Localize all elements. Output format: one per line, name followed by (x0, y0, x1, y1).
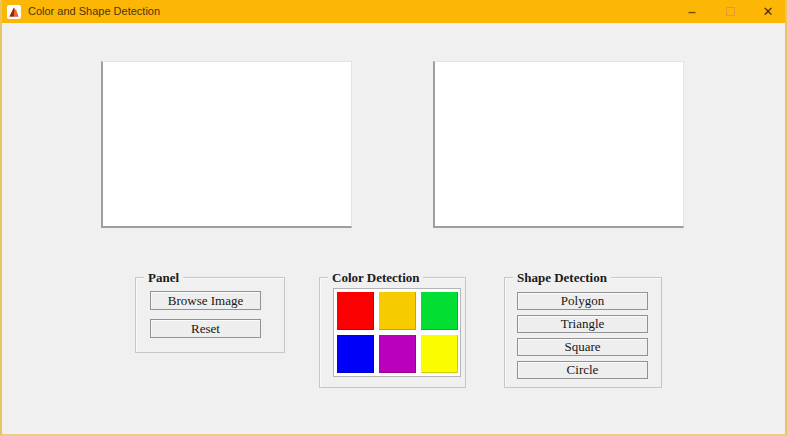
color-detection-group-title: Color Detection (328, 270, 423, 285)
color-swatch-yellow[interactable] (421, 335, 458, 373)
panel-group-title: Panel (144, 270, 183, 285)
reset-button[interactable]: Reset (150, 319, 261, 338)
circle-button[interactable]: Circle (517, 361, 648, 379)
matlab-app-icon (7, 5, 21, 19)
input-image-axes (101, 61, 352, 228)
close-button[interactable]: ✕ (749, 0, 787, 23)
minimize-icon: – (688, 7, 696, 17)
triangle-button[interactable]: Triangle (517, 315, 648, 333)
output-image-axes (433, 61, 684, 228)
window-controls: – ✕ (673, 0, 787, 23)
polygon-button[interactable]: Polygon (517, 292, 648, 310)
window-title: Color and Shape Detection (28, 0, 160, 23)
close-icon: ✕ (763, 4, 774, 19)
color-swatch-red[interactable] (337, 292, 374, 330)
color-swatch-gold[interactable] (379, 292, 416, 330)
shape-detection-group-title: Shape Detection (513, 270, 611, 285)
square-button[interactable]: Square (517, 338, 648, 356)
minimize-button[interactable]: – (673, 0, 711, 23)
shape-detection-group: Shape Detection Polygon Triangle Square … (504, 277, 662, 388)
browse-image-button[interactable]: Browse Image (150, 291, 261, 310)
color-swatch-grid (333, 288, 461, 377)
color-swatch-blue[interactable] (337, 335, 374, 373)
color-swatch-purple[interactable] (379, 335, 416, 373)
maximize-button[interactable] (711, 0, 749, 23)
color-detection-group: Color Detection (319, 277, 466, 388)
maximize-icon (726, 7, 735, 16)
color-swatch-green[interactable] (421, 292, 458, 330)
shape-buttons: Polygon Triangle Square Circle (517, 292, 648, 379)
panel-group: Panel Browse Image Reset (135, 277, 285, 353)
app-window: Color and Shape Detection – ✕ Panel Brow… (0, 0, 787, 436)
titlebar[interactable]: Color and Shape Detection – ✕ (0, 0, 787, 23)
